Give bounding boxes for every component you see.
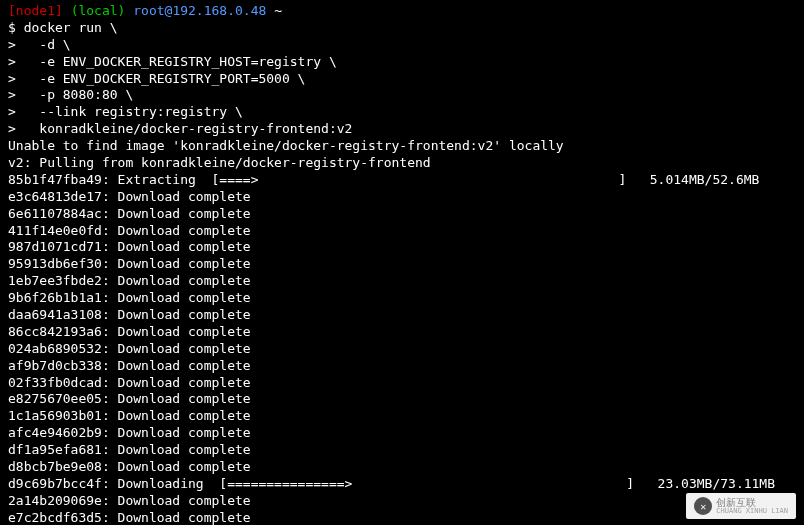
- layer-line: e3c64813de17: Download complete: [8, 189, 796, 206]
- command-line-1[interactable]: > -d \: [8, 37, 796, 54]
- layer-line: 2a14b209069e: Download complete: [8, 493, 796, 510]
- prompt-path: ~: [274, 3, 282, 18]
- command-line-5[interactable]: > --link registry:registry \: [8, 104, 796, 121]
- prompt-userhost: root@192.168.0.48: [133, 3, 266, 18]
- watermark-title: 创新互联: [716, 498, 788, 508]
- watermark-icon: ✕: [694, 497, 712, 515]
- prompt-bracket-open: [: [8, 3, 16, 18]
- command-line-2[interactable]: > -e ENV_DOCKER_REGISTRY_HOST=registry \: [8, 54, 796, 71]
- layer-line: daa6941a3108: Download complete: [8, 307, 796, 324]
- layer-line: 86cc842193a6: Download complete: [8, 324, 796, 341]
- layer-line: 024ab6890532: Download complete: [8, 341, 796, 358]
- watermark-badge: ✕ 创新互联 CHUANG XINHU LIAN: [686, 493, 796, 519]
- output-line-0: Unable to find image 'konradkleine/docke…: [8, 138, 796, 155]
- layer-line: af9b7d0cb338: Download complete: [8, 358, 796, 375]
- layer-line: 02f33fb0dcad: Download complete: [8, 375, 796, 392]
- watermark-sub: CHUANG XINHU LIAN: [716, 508, 788, 515]
- layer-line: 987d1071cd71: Download complete: [8, 239, 796, 256]
- prompt-node: node1: [16, 3, 55, 18]
- command-line-3[interactable]: > -e ENV_DOCKER_REGISTRY_PORT=5000 \: [8, 71, 796, 88]
- layer-line: 1c1a56903b01: Download complete: [8, 408, 796, 425]
- layer-line: e8275670ee05: Download complete: [8, 391, 796, 408]
- layer-line: 411f14e0e0fd: Download complete: [8, 223, 796, 240]
- layer-line: afc4e94602b9: Download complete: [8, 425, 796, 442]
- docker-layers: 85b1f47fba49: Extracting [====> ] 5.014M…: [8, 172, 796, 525]
- command-line-6[interactable]: > konradkleine/docker-registry-frontend:…: [8, 121, 796, 138]
- layer-line: e7c2bcdf63d5: Download complete: [8, 510, 796, 525]
- layer-line: 6e61107884ac: Download complete: [8, 206, 796, 223]
- layer-line: d9c69b7bcc4f: Downloading [=============…: [8, 476, 796, 493]
- shell-prompt: [node1] (local) root@192.168.0.48 ~: [8, 3, 796, 20]
- prompt-bracket-close: ]: [55, 3, 63, 18]
- output-line-1: v2: Pulling from konradkleine/docker-reg…: [8, 155, 796, 172]
- layer-line: 95913db6ef30: Download complete: [8, 256, 796, 273]
- prompt-local: (local): [71, 3, 126, 18]
- layer-line: 85b1f47fba49: Extracting [====> ] 5.014M…: [8, 172, 796, 189]
- layer-line: d8bcb7be9e08: Download complete: [8, 459, 796, 476]
- layer-line: df1a95efa681: Download complete: [8, 442, 796, 459]
- layer-line: 9b6f26b1b1a1: Download complete: [8, 290, 796, 307]
- layer-line: 1eb7ee3fbde2: Download complete: [8, 273, 796, 290]
- watermark-text: 创新互联 CHUANG XINHU LIAN: [716, 498, 788, 515]
- command-line-4[interactable]: > -p 8080:80 \: [8, 87, 796, 104]
- command-line-0[interactable]: $ docker run \: [8, 20, 796, 37]
